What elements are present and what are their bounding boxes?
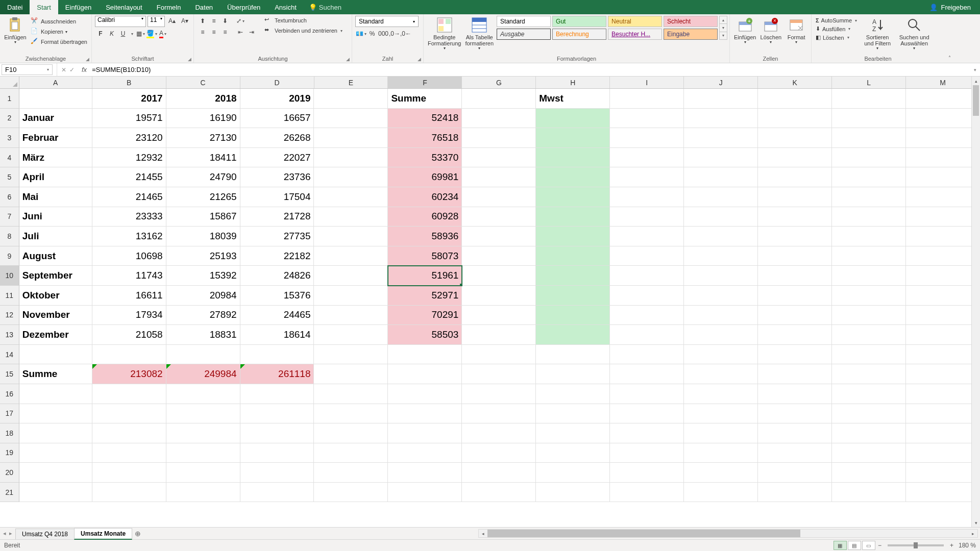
cell[interactable] [462,89,536,109]
increase-decimal-button[interactable]: ,0→ [389,29,400,39]
cell[interactable]: 18831 [166,325,240,345]
cell[interactable] [462,384,536,404]
col-header-F[interactable]: F [388,77,462,88]
cell[interactable] [684,463,758,483]
cell[interactable]: 23120 [92,128,166,148]
cell[interactable] [684,384,758,404]
font-select[interactable]: Calibri▾ [95,16,146,27]
percent-format-button[interactable]: % [366,29,378,39]
cell[interactable] [388,364,462,384]
cell[interactable] [906,423,980,443]
wrap-text-button[interactable]: ↩Textumbruch [263,16,344,25]
styles-more[interactable]: ▾ [720,32,727,39]
cell[interactable] [758,266,832,286]
cell[interactable] [610,463,684,483]
expand-formula-bar-icon[interactable]: ▾ [970,63,980,76]
cell[interactable] [388,384,462,404]
style-berechnung[interactable]: Berechnung [552,29,606,40]
cell[interactable] [166,384,240,404]
cell[interactable] [610,404,684,424]
cell[interactable] [684,404,758,424]
row-header[interactable]: 3 [0,128,19,148]
cell[interactable]: 20984 [166,286,240,306]
copy-button[interactable]: 📄Kopieren▾ [30,27,88,36]
cell[interactable]: 21728 [240,207,314,227]
cell[interactable] [906,443,980,463]
cell[interactable] [684,128,758,148]
cell[interactable]: Juni [19,207,92,227]
cell[interactable] [610,345,684,365]
cell[interactable] [92,423,166,443]
cell[interactable] [906,207,980,227]
row-header[interactable]: 19 [0,443,19,463]
cell[interactable]: 2017 [92,89,166,109]
cell[interactable] [314,128,388,148]
cell[interactable] [906,345,980,365]
clipboard-dialog-icon[interactable]: ◢ [86,57,89,62]
cell[interactable]: 22182 [240,246,314,266]
cell[interactable]: 22027 [240,148,314,168]
cell[interactable] [536,463,610,483]
cell[interactable]: 261118 [240,364,314,384]
cell[interactable]: 2018 [166,89,240,109]
cell[interactable] [832,384,906,404]
cell[interactable] [610,423,684,443]
col-header-M[interactable]: M [906,77,980,88]
cell[interactable] [906,187,980,207]
cell[interactable] [314,207,388,227]
cell[interactable] [314,364,388,384]
cell[interactable] [758,463,832,483]
cell[interactable] [610,89,684,109]
cell[interactable] [832,227,906,246]
fill-button[interactable]: ⬇Ausfüllen [815,25,858,33]
cell[interactable] [684,483,758,503]
paste-button[interactable]: Einfügen ▾ [3,16,28,46]
orientation-button[interactable]: ⤢ [235,16,246,26]
cell[interactable] [462,423,536,443]
cell[interactable]: 18039 [166,227,240,246]
formula-input[interactable] [90,63,970,76]
cell[interactable] [314,246,388,266]
cell[interactable] [832,364,906,384]
cell[interactable] [536,128,610,148]
cell[interactable] [240,443,314,463]
cell[interactable] [758,227,832,246]
cell[interactable] [388,443,462,463]
cell[interactable] [462,325,536,345]
col-header-A[interactable]: A [19,77,92,88]
cell[interactable] [758,345,832,365]
cell[interactable] [684,306,758,325]
cell[interactable] [536,286,610,306]
cell[interactable] [314,443,388,463]
cell[interactable] [906,148,980,168]
cell[interactable] [19,443,92,463]
align-right-button[interactable]: ≡ [219,27,231,37]
cell-styles-gallery[interactable]: Standard Gut Neutral Schlecht Ausgabe Be… [497,16,718,40]
cell[interactable] [536,207,610,227]
cancel-formula-icon[interactable]: ✕ [61,66,66,73]
cell[interactable] [684,227,758,246]
find-select-button[interactable]: Suchen und Auswählen▾ [897,16,932,52]
cell[interactable]: 21465 [92,187,166,207]
cell[interactable] [610,167,684,187]
cell[interactable] [462,187,536,207]
cell[interactable] [19,404,92,424]
cell[interactable] [462,128,536,148]
row-header[interactable]: 4 [0,148,19,168]
row-header[interactable]: 5 [0,167,19,187]
tab-seitenlayout[interactable]: Seitenlayout [99,0,150,14]
cell[interactable] [610,246,684,266]
conditional-formatting-button[interactable]: Bedingte Formatierung▾ [427,16,462,52]
cell[interactable] [684,246,758,266]
zoom-slider[interactable] [888,544,944,546]
add-sheet-button[interactable]: ⊕ [132,528,144,539]
cell[interactable] [462,266,536,286]
cell[interactable]: 213082 [92,364,166,384]
row-header[interactable]: 2 [0,109,19,129]
cell[interactable] [388,483,462,503]
cell[interactable] [388,345,462,365]
cell[interactable]: 13162 [92,227,166,246]
name-box[interactable]: F10▾ [2,64,53,75]
cell[interactable] [758,246,832,266]
style-standard[interactable]: Standard [497,16,551,27]
